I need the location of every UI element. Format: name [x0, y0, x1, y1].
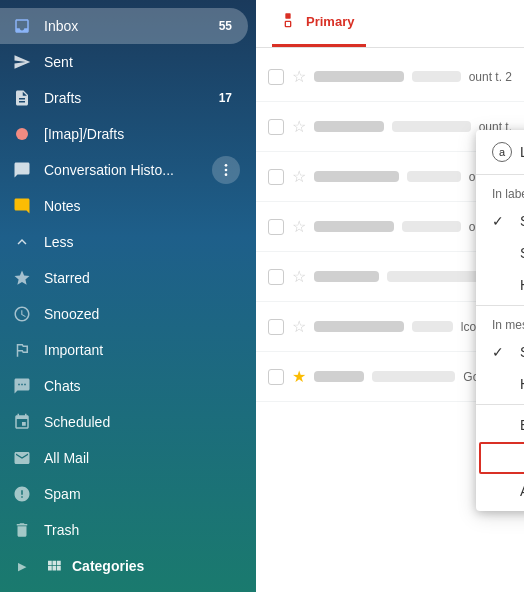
sidebar-item-drafts[interactable]: Drafts 17 — [0, 80, 248, 116]
add-sublabel-text: Add sublabel — [520, 483, 524, 499]
inbox-badge: 55 — [219, 19, 232, 33]
hide-msg-text: Hide — [520, 376, 524, 392]
categories-expand-icon: ▶ — [12, 560, 32, 573]
all-mail-icon — [12, 448, 32, 468]
sidebar-item-starred[interactable]: Starred — [0, 260, 248, 296]
preview-7 — [372, 371, 455, 382]
edit-text: Edit — [520, 417, 524, 433]
less-icon — [12, 232, 32, 252]
menu-item-hide-label[interactable]: Hide — [476, 269, 524, 301]
categories-icon — [44, 556, 64, 576]
check-show-msg: ✓ — [492, 344, 512, 360]
divider-3 — [476, 404, 524, 405]
chats-icon — [12, 376, 32, 396]
checkbox-2[interactable] — [268, 119, 284, 135]
sidebar-item-categories[interactable]: ▶ Categories — [0, 548, 248, 584]
sidebar-item-snoozed[interactable]: Snoozed — [0, 296, 248, 332]
checkbox-4[interactable] — [268, 219, 284, 235]
sidebar-item-spam[interactable]: Spam — [0, 476, 248, 512]
checkbox-7[interactable] — [268, 369, 284, 385]
divider-2 — [476, 305, 524, 306]
snoozed-icon — [12, 304, 32, 324]
checkbox-3[interactable] — [268, 169, 284, 185]
preview-6 — [412, 321, 453, 332]
menu-item-add-sublabel[interactable]: Add sublabel — [476, 475, 524, 507]
star-1[interactable]: ☆ — [292, 67, 306, 86]
imap-label: [Imap]/Drafts — [44, 126, 232, 142]
inbox-icon — [12, 16, 32, 36]
drafts-icon — [12, 88, 32, 108]
spam-icon — [12, 484, 32, 504]
tab-primary[interactable]: Primary — [272, 0, 366, 47]
star-2[interactable]: ☆ — [292, 117, 306, 136]
starred-label: Starred — [44, 270, 232, 286]
preview-3 — [407, 171, 461, 182]
primary-tab-label: Primary — [306, 14, 354, 29]
sidebar: Inbox 55 Sent Drafts 17 [Imap]/Drafts Co… — [0, 0, 256, 592]
menu-item-hide-msg[interactable]: Hide — [476, 368, 524, 400]
checkbox-1[interactable] — [268, 69, 284, 85]
sidebar-item-trash[interactable]: Trash — [0, 512, 248, 548]
menu-item-edit[interactable]: Edit — [476, 409, 524, 441]
email-row-1[interactable]: ☆ ount t. 2 — [256, 52, 524, 102]
star-4[interactable]: ☆ — [292, 217, 306, 236]
star-6[interactable]: ☆ — [292, 317, 306, 336]
sidebar-item-inbox[interactable]: Inbox 55 — [0, 8, 248, 44]
menu-item-show-label[interactable]: ✓ Show — [476, 205, 524, 237]
snoozed-label: Snoozed — [44, 306, 232, 322]
sidebar-item-important[interactable]: Important — [0, 332, 248, 368]
categories-label: Categories — [72, 558, 232, 574]
drafts-label: Drafts — [44, 90, 215, 106]
svg-point-2 — [225, 169, 228, 172]
trash-icon — [12, 520, 32, 540]
sidebar-item-scheduled[interactable]: Scheduled — [0, 404, 248, 440]
sidebar-item-all-mail[interactable]: All Mail — [0, 440, 248, 476]
sidebar-item-less[interactable]: Less — [0, 224, 248, 260]
svg-point-0 — [16, 128, 28, 140]
star-5[interactable]: ☆ — [292, 267, 306, 286]
conversation-more-button[interactable] — [212, 156, 240, 184]
sender-5 — [314, 271, 379, 282]
sender-4 — [314, 221, 394, 232]
checkbox-6[interactable] — [268, 319, 284, 335]
menu-item-show-msg[interactable]: ✓ Show — [476, 336, 524, 368]
conversation-label: Conversation Histo... — [44, 162, 232, 178]
drafts-badge: 17 — [219, 91, 232, 105]
sender-6 — [314, 321, 404, 332]
star-3[interactable]: ☆ — [292, 167, 306, 186]
scheduled-icon — [12, 412, 32, 432]
sidebar-item-manage-labels[interactable]: Manage labels — [0, 584, 248, 592]
sidebar-item-notes[interactable]: Notes — [0, 188, 248, 224]
checkbox-5[interactable] — [268, 269, 284, 285]
show-if-unread-text: Show if unread — [520, 245, 524, 261]
label-color-icon: a — [492, 142, 512, 162]
preview-4 — [402, 221, 461, 232]
less-label: Less — [44, 234, 232, 250]
sidebar-item-sent[interactable]: Sent — [0, 44, 248, 80]
svg-point-1 — [225, 164, 228, 167]
context-menu: a Label color › In label list ✓ Show Sho… — [476, 130, 524, 511]
notes-icon — [12, 196, 32, 216]
sidebar-item-imap-drafts[interactable]: [Imap]/Drafts — [0, 116, 248, 152]
menu-item-show-if-unread[interactable]: Show if unread — [476, 237, 524, 269]
section-label-list: In label list — [476, 179, 524, 205]
sidebar-item-chats[interactable]: Chats — [0, 368, 248, 404]
count-1: ount t. 2 — [469, 70, 512, 84]
sidebar-item-conversation[interactable]: Conversation Histo... — [0, 152, 248, 188]
preview-1 — [412, 71, 461, 82]
conversation-icon — [12, 160, 32, 180]
hide-label-text: Hide — [520, 277, 524, 293]
star-7[interactable]: ★ — [292, 367, 306, 386]
tab-bar: Primary — [256, 0, 524, 48]
sent-label: Sent — [44, 54, 232, 70]
preview-2 — [392, 121, 471, 132]
imap-icon — [12, 124, 32, 144]
label-color-text: Label color — [520, 144, 524, 160]
svg-point-3 — [225, 173, 228, 176]
main-panel: Primary ☆ ount t. 2 ☆ ount t. ☆ ount t. … — [256, 0, 524, 592]
menu-item-label-color[interactable]: a Label color › — [476, 134, 524, 170]
menu-item-remove-label[interactable]: Remove label — [479, 442, 524, 474]
divider-1 — [476, 174, 524, 175]
sender-3 — [314, 171, 399, 182]
trash-label: Trash — [44, 522, 232, 538]
